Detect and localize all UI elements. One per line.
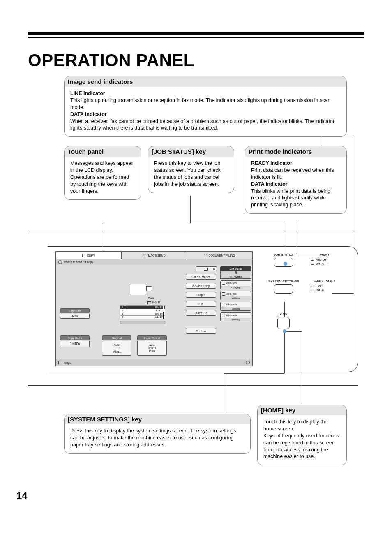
system-settings-key[interactable] bbox=[274, 284, 293, 294]
callout-print-mode: Print mode indicators READY indicator Pr… bbox=[245, 146, 347, 214]
copy-ratio-value: 100% bbox=[60, 341, 90, 347]
data-led: DATA bbox=[306, 288, 344, 292]
brightness-icon[interactable] bbox=[246, 361, 250, 364]
ready-label: READY bbox=[316, 258, 327, 261]
ps-size: 8½x11 bbox=[148, 347, 156, 349]
tab-label: IMAGE SEND bbox=[148, 254, 166, 257]
copy-icon bbox=[82, 254, 85, 257]
tray-num: 4. bbox=[122, 316, 125, 319]
touch-panel-text1: Messages and keys appear in the LCD disp… bbox=[70, 160, 133, 173]
two-sided-copy-button[interactable]: 2-Sided Copy bbox=[186, 283, 216, 289]
job-status-label: JOB STATUS bbox=[265, 253, 302, 257]
preview-button[interactable]: Preview bbox=[186, 328, 216, 334]
job-count: 005/000 bbox=[226, 293, 237, 296]
ps-type: Plain bbox=[149, 349, 155, 352]
system-settings-label: SYSTEM SETTINGS bbox=[265, 280, 302, 283]
ready-indicator-label: READY indicator bbox=[251, 160, 292, 166]
tab-image-send[interactable]: IMAGE SEND bbox=[121, 252, 187, 259]
ps-auto: Auto bbox=[149, 344, 154, 347]
tray-size: 8½x11 bbox=[156, 309, 164, 312]
tray-bottom-label: Tray1 bbox=[64, 361, 71, 364]
paper-select-button[interactable]: Paper Select bbox=[137, 335, 167, 340]
page-title: OPERATION PANEL bbox=[28, 51, 364, 70]
machine-icon bbox=[130, 284, 146, 295]
tray-size: 8½x14 bbox=[155, 312, 163, 315]
lcd-status-bar: Ready to scan for copy. bbox=[56, 259, 252, 265]
job-row[interactable]: 020/015Copying bbox=[220, 280, 251, 289]
tab-label: DOCUMENT FILING bbox=[208, 254, 235, 257]
line-indicator-text: This lights up during transmission or re… bbox=[70, 97, 330, 110]
tray-icon bbox=[58, 361, 62, 364]
lcd-right-buttons-col: Special Modes 2-Sided Copy Output File Q… bbox=[186, 266, 216, 337]
lcd-bottom-bar: Tray1 bbox=[56, 359, 252, 366]
job-label: Copying bbox=[221, 286, 251, 289]
data-indicator-label2: DATA indicator bbox=[251, 181, 288, 187]
led-icon bbox=[311, 289, 314, 291]
leader-line bbox=[322, 135, 354, 135]
leader-line bbox=[190, 196, 191, 223]
line-led: LINE bbox=[306, 284, 344, 288]
data-indicator-text: This blinks while print data is being re… bbox=[251, 188, 330, 208]
job-icon bbox=[222, 303, 225, 306]
home-text2: Keys of frequently used functions can be… bbox=[263, 433, 339, 460]
leader-line bbox=[190, 223, 285, 223]
output-button[interactable]: Output bbox=[186, 292, 216, 298]
job-label: Waiting bbox=[221, 307, 251, 310]
job-row[interactable]: 010/000Waiting bbox=[220, 312, 251, 321]
paper-size-value: 8½x11 bbox=[152, 301, 161, 304]
job-row[interactable]: 010/000Waiting bbox=[220, 302, 251, 311]
exposure-button[interactable]: Exposure bbox=[60, 308, 90, 313]
image-send-icon bbox=[143, 254, 146, 257]
print-label: PRINT bbox=[306, 253, 344, 257]
leader-line bbox=[224, 373, 224, 413]
job-status-header[interactable]: Job Status bbox=[220, 266, 251, 271]
page-icon bbox=[163, 305, 164, 309]
home-text1: Touch this key to display the home scree… bbox=[263, 419, 327, 432]
top-thin-rule bbox=[28, 37, 364, 38]
quick-file-button[interactable]: Quick File bbox=[186, 310, 216, 316]
callout-heading: [JOB STATUS] key bbox=[148, 146, 234, 157]
file-button[interactable]: File bbox=[186, 301, 216, 307]
original-auto: Auto bbox=[114, 343, 119, 346]
lcd-touch-panel[interactable]: COPY IMAGE SEND DOCUMENT FILING Ready to… bbox=[55, 251, 253, 366]
tab-label: COPY bbox=[87, 254, 95, 257]
mfp-status-header[interactable]: MFP Status bbox=[220, 275, 251, 279]
lcd-body: 0 Exposure Auto Copy Ratio 100% Original… bbox=[56, 265, 252, 359]
job-status-arrow[interactable]: ⇅ bbox=[220, 271, 251, 275]
job-count: 020/015 bbox=[226, 282, 237, 285]
data-led: DATA bbox=[306, 262, 344, 266]
job-status-list: Job Status ⇅ MFP Status 020/015Copying 0… bbox=[220, 266, 251, 323]
system-settings-key-group: SYSTEM SETTINGS bbox=[265, 280, 302, 294]
callout-heading: Touch panel bbox=[65, 146, 141, 157]
page-icon bbox=[113, 347, 120, 350]
callout-home: [HOME] key Touch this key to display the… bbox=[257, 405, 347, 465]
page-icon bbox=[125, 309, 125, 312]
line-indicator-label: LINE indicator bbox=[70, 90, 105, 96]
ready-led: READY bbox=[306, 258, 344, 261]
line-label: LINE bbox=[316, 284, 323, 288]
tab-document-filing[interactable]: DOCUMENT FILING bbox=[187, 252, 252, 259]
job-icon bbox=[222, 292, 225, 296]
job-icon bbox=[222, 314, 225, 317]
tab-copy[interactable]: COPY bbox=[56, 252, 121, 259]
copy-ratio-button[interactable]: Copy Ratio bbox=[60, 335, 90, 340]
tray-size: 11x17 bbox=[155, 316, 163, 319]
led-icon bbox=[311, 259, 314, 261]
callout-heading: Image send indicators bbox=[65, 76, 346, 87]
tray-row[interactable]: 4.11x17 bbox=[120, 315, 165, 319]
panel-border-top bbox=[28, 231, 358, 231]
led-icon bbox=[311, 263, 314, 265]
touch-panel-text2: Operations are performed by touching the… bbox=[70, 174, 129, 194]
original-button[interactable]: Original bbox=[102, 335, 131, 340]
paper-size-label: 8½x11 bbox=[147, 301, 161, 304]
home-label: HOME bbox=[265, 312, 302, 316]
panel-border-bottom bbox=[28, 385, 358, 386]
data-label: DATA bbox=[316, 288, 324, 292]
special-modes-button[interactable]: Special Modes bbox=[186, 274, 216, 280]
tray-list: 1. 8½x11 2. 8½x11 3.8½x14 4.11x17 bbox=[120, 305, 165, 319]
job-row[interactable]: 005/000Waiting bbox=[220, 291, 251, 300]
page-icon bbox=[163, 315, 164, 319]
home-key[interactable] bbox=[277, 317, 290, 329]
callout-dot bbox=[284, 262, 287, 266]
callout-system-settings: [SYSTEM SETTINGS] key Press this key to … bbox=[64, 414, 251, 454]
